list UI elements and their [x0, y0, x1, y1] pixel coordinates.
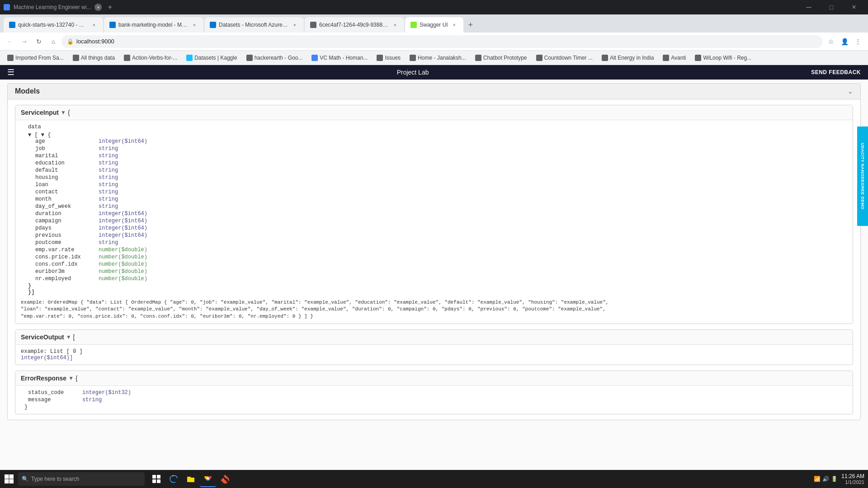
bookmark-action-favicon: [124, 55, 130, 61]
service-output-header[interactable]: ServiceOutput ▼ [: [15, 330, 853, 345]
tab-1-close[interactable]: ×: [90, 21, 98, 28]
bookmark-countdown-favicon: [536, 55, 542, 61]
home-button[interactable]: ⌂: [47, 35, 60, 48]
bookmark-action[interactable]: Action-Verbs-for-...: [120, 54, 181, 62]
bookmark-hackerearth[interactable]: hackerearth - Goo...: [243, 54, 307, 62]
back-button[interactable]: ←: [4, 35, 16, 48]
bookmark-chatbot[interactable]: Chatbot Prototype: [472, 54, 531, 62]
bookmark-imported-favicon: [7, 55, 14, 61]
bookmark-home-label: Home - Janalaksh...: [418, 55, 466, 61]
tab-3[interactable]: Datasets - Microsoft Azure Mach... ×: [204, 17, 304, 33]
user-profile[interactable]: 👤: [838, 35, 851, 48]
volume-icon: 🔊: [822, 476, 829, 482]
error-response-header[interactable]: ErrorResponse ▼ {: [15, 371, 853, 386]
new-tab-button[interactable]: +: [464, 19, 477, 31]
close-tab-icon[interactable]: ×: [94, 4, 102, 11]
bookmark-countdown[interactable]: Countdown Timer ...: [533, 54, 596, 62]
bookmark-issues-favicon: [377, 55, 383, 61]
models-chevron[interactable]: ⌄: [848, 88, 853, 95]
bookmark-altenergy-label: Alt Energy in India: [610, 55, 654, 61]
array-open: ▼ [ ▼ {: [28, 132, 847, 138]
field-campaign: campaign integer($int64): [35, 218, 847, 224]
taskbar-git[interactable]: [217, 471, 233, 487]
tab-5-swagger[interactable]: Swagger UI ×: [405, 17, 463, 33]
bookmark-allthings[interactable]: All things data: [69, 54, 118, 62]
bookmark-kaggle-favicon: [186, 55, 193, 61]
field-housing: housing string: [35, 174, 847, 181]
array-close: } }]: [28, 283, 847, 296]
wifi-icon: 📶: [814, 476, 821, 482]
hamburger-menu-icon[interactable]: ☰: [7, 67, 14, 77]
taskbar: 🔍 Type here to search 📶 🔊: [0, 470, 868, 488]
maximize-button[interactable]: □: [821, 0, 842, 14]
bookmark-wiloop[interactable]: WiLoop Wifi - Reg...: [691, 54, 755, 62]
field-cons-price-idx: cons.price.idx number($double): [35, 254, 847, 260]
taskbar-chrome[interactable]: [200, 471, 216, 487]
field-age: age integer($int64): [35, 138, 847, 145]
address-text: localhost:9000: [76, 38, 817, 45]
address-bar[interactable]: 🔒 localhost:9000: [61, 35, 823, 48]
bookmark-star[interactable]: ☆: [825, 35, 837, 48]
tab-2-favicon: [109, 22, 116, 28]
svg-rect-1: [157, 475, 160, 479]
tab-2[interactable]: bank-marketing-model - Micros... ×: [104, 17, 203, 33]
field-day-of-week: day_of_week string: [35, 203, 847, 210]
title-bar: Machine Learning Engineer wi... × + ─ □ …: [0, 0, 868, 14]
close-button[interactable]: ×: [844, 0, 864, 14]
tab-5-close[interactable]: ×: [451, 21, 458, 28]
tab-2-title: bank-marketing-model - Micros...: [118, 22, 188, 28]
taskbar-time: 11:26 AM: [841, 473, 864, 479]
bookmarks-bar: Imported From Sa... All things data Acti…: [0, 51, 868, 65]
taskbar-search[interactable]: 🔍 Type here to search: [18, 472, 145, 486]
error-response-model: ErrorResponse ▼ { status_code integer($i…: [15, 371, 853, 414]
nav-actions: ☆ 👤 ⋮: [825, 35, 864, 48]
tab-4-close[interactable]: ×: [392, 21, 399, 28]
tab-3-close[interactable]: ×: [291, 21, 298, 28]
new-tab-icon[interactable]: +: [105, 3, 114, 12]
service-input-header[interactable]: ServiceInput ▼ {: [15, 105, 853, 120]
taskbar-explorer[interactable]: [183, 471, 199, 487]
windows-start-button[interactable]: [0, 470, 18, 488]
tab-3-title: Datasets - Microsoft Azure Mach...: [219, 22, 288, 28]
tab-4[interactable]: 6cec4af7-1264-49c9-9388-bb5b... ×: [305, 17, 404, 33]
service-output-expand[interactable]: ▼: [66, 334, 71, 340]
models-header[interactable]: Models ⌄: [8, 84, 860, 99]
bookmark-avanti[interactable]: Avanti: [659, 54, 689, 62]
bookmark-imported[interactable]: Imported From Sa...: [4, 54, 67, 62]
service-input-expand[interactable]: ▼: [61, 109, 66, 116]
project-lab-title: Project Lab: [397, 69, 429, 76]
bookmark-vcmath-label: VC Math - Homan...: [320, 55, 368, 61]
models-title: Models: [15, 87, 40, 95]
bookmark-home[interactable]: Home - Janalaksh...: [406, 54, 470, 62]
battery-icon: 🔋: [831, 476, 838, 482]
service-input-brace: {: [68, 109, 70, 116]
tab-1[interactable]: quick-starts-ws-132740 - Micros... ×: [4, 17, 103, 33]
chrome-favicon: [4, 4, 10, 10]
udacity-side-panel[interactable]: UDACITY NANODEGREE DEMO: [857, 127, 868, 226]
service-output-body: example: List [ 0 ] integer($int64)]: [15, 345, 853, 365]
taskbar-task-view[interactable]: [148, 471, 165, 487]
bookmark-altenergy-favicon: [602, 55, 608, 61]
service-input-example: example: OrderedMap { "data": List [ Ord…: [21, 299, 847, 320]
field-nr-employed: nr.employed number($double): [35, 276, 847, 282]
bookmark-altenergy[interactable]: Alt Energy in India: [598, 54, 657, 62]
browser-title: Machine Learning Engineer wi...: [14, 4, 91, 10]
send-feedback-button[interactable]: SEND FEEDBACK: [811, 69, 861, 75]
tab-bar: quick-starts-ws-132740 - Micros... × ban…: [0, 14, 868, 33]
bookmark-vcmath[interactable]: VC Math - Homan...: [308, 54, 371, 62]
forward-button[interactable]: →: [18, 35, 31, 48]
bookmark-kaggle[interactable]: Datasets | Kaggle: [183, 54, 241, 62]
bookmark-vcmath-favicon: [311, 55, 318, 61]
lock-icon: 🔒: [67, 38, 74, 45]
more-options[interactable]: ⋮: [852, 35, 864, 48]
minimize-button[interactable]: ─: [798, 0, 819, 14]
service-output-model: ServiceOutput ▼ [ example: List [ 0 ] in…: [15, 329, 853, 365]
reload-button[interactable]: ↻: [33, 35, 45, 48]
bookmark-avanti-favicon: [663, 55, 669, 61]
error-response-expand[interactable]: ▼: [68, 375, 74, 381]
tab-2-close[interactable]: ×: [191, 21, 198, 28]
taskbar-edge[interactable]: [165, 471, 182, 487]
field-education: education string: [35, 160, 847, 166]
bookmark-issues[interactable]: Issues: [373, 54, 404, 62]
bookmark-avanti-label: Avanti: [671, 55, 686, 61]
